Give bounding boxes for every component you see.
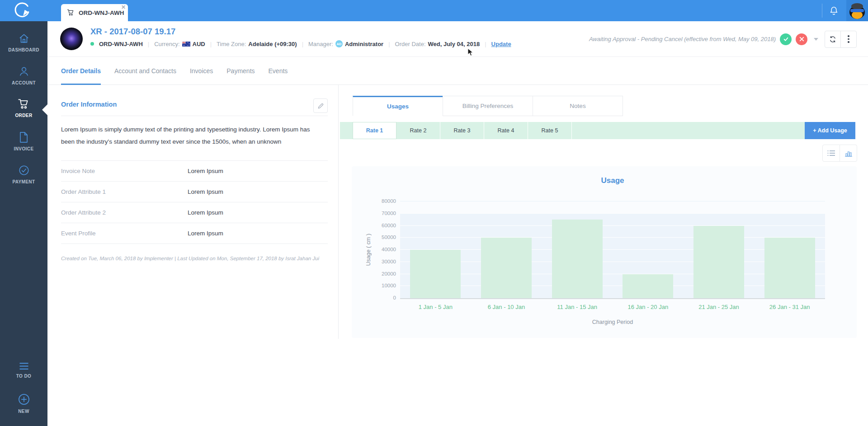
- rate-tabs: Rate 1Rate 2Rate 3Rate 4Rate 5: [340, 122, 805, 139]
- usage-bar-16-jan-20-jan: [623, 274, 673, 299]
- y-tick-label: 40000: [368, 247, 396, 252]
- close-icon[interactable]: ✕: [121, 5, 126, 10]
- usage-chart-card: Usage Usage ( cm ) 010000200003000040000…: [352, 166, 857, 338]
- chart-view-icon: [844, 150, 853, 157]
- sidebar-item-label: NEW: [18, 409, 29, 414]
- notification-bell-icon[interactable]: [829, 5, 839, 16]
- sidebar-item-label: ORDER: [15, 113, 32, 118]
- usage-bar-11-jan-15-jan: [552, 220, 603, 298]
- order-date-value: Wed, July 04, 2018: [428, 41, 480, 47]
- gridline: [400, 249, 825, 250]
- cart-icon: [67, 9, 75, 16]
- australia-flag-icon: [182, 42, 190, 47]
- section-title: Order Information: [61, 101, 117, 108]
- user-icon: [18, 66, 30, 77]
- sidebar-item-payment[interactable]: PAYMENT: [0, 158, 47, 191]
- tab-events[interactable]: Events: [262, 57, 295, 84]
- sidebar-item-dashboard[interactable]: DASHBOARD: [0, 26, 47, 59]
- y-tick-label: 10000: [368, 283, 396, 288]
- rate-tab-rate-4[interactable]: Rate 4: [484, 122, 528, 139]
- field-row-invoice-note: Invoice NoteLorem Ipsum: [61, 161, 328, 182]
- page-tabs: Order DetailsAccount and ContactsInvoice…: [47, 57, 868, 85]
- edit-button[interactable]: [313, 98, 328, 113]
- sidebar-item-label: DASHBOARD: [8, 47, 39, 52]
- gridline: [400, 262, 825, 262]
- timezone-label: Time Zone:: [217, 41, 246, 47]
- rate-tab-rate-3[interactable]: Rate 3: [440, 122, 484, 139]
- tab-notes[interactable]: Notes: [533, 96, 623, 116]
- sidebar-item-label: INVOICE: [14, 146, 34, 151]
- timezone-value: Adelaide (+09:30): [248, 41, 297, 47]
- tab-invoices[interactable]: Invoices: [183, 57, 220, 84]
- brand-logo-icon[interactable]: [13, 1, 32, 20]
- sidebar-item-invoice[interactable]: INVOICE: [0, 125, 47, 158]
- x-tick-label: 16 Jan - 20 Jan: [613, 304, 684, 310]
- check-icon: [784, 38, 788, 41]
- list-view-button[interactable]: [822, 145, 840, 162]
- currency-label: Currency:: [154, 41, 179, 47]
- field-label: Invoice Note: [61, 168, 188, 174]
- update-link[interactable]: Update: [491, 41, 511, 47]
- add-usage-button[interactable]: + Add Usage: [805, 122, 855, 139]
- sidebar-item-label: TO DO: [16, 374, 31, 379]
- sidebar-item-label: ACCOUNT: [12, 80, 36, 85]
- list-view-icon: [827, 150, 835, 156]
- x-icon: [800, 37, 803, 41]
- tab-order-details[interactable]: Order Details: [54, 57, 108, 84]
- chevron-down-icon[interactable]: [814, 38, 818, 41]
- order-title: XR - 2017-08-07 19.17: [90, 27, 175, 37]
- view-toggle: [822, 145, 857, 162]
- usage-chart-plot: [400, 201, 825, 299]
- tab-billing-preferences[interactable]: Billing Preferences: [443, 96, 533, 116]
- rate-tab-rate-5[interactable]: Rate 5: [528, 122, 572, 139]
- header-action-group: [825, 31, 857, 48]
- workspace-tab[interactable]: ORD-WNJ-AWH ✕: [61, 4, 128, 21]
- x-tick-label: 21 Jan - 25 Jan: [684, 304, 755, 310]
- tab-usages[interactable]: Usages: [353, 96, 443, 116]
- todo-list-icon: [18, 362, 30, 370]
- sidebar-item-account[interactable]: ACCOUNT: [0, 59, 47, 92]
- field-label: Event Profile: [61, 230, 188, 237]
- field-row-order-attribute-1: Order Attribute 1Lorem Ipsum: [61, 182, 328, 202]
- invoice-icon: [19, 131, 29, 143]
- order-header: XR - 2017-08-07 19.17 ORD-WNJ-AWH | Curr…: [47, 21, 868, 57]
- sidebar: DASHBOARDACCOUNTORDERINVOICEPAYMENT TO D…: [0, 21, 47, 426]
- manager-badge-icon: AD: [335, 40, 343, 47]
- user-avatar[interactable]: [846, 0, 868, 21]
- tab-account-and-contacts[interactable]: Account and Contacts: [108, 57, 183, 84]
- gridline: [400, 237, 825, 238]
- approve-button[interactable]: [780, 33, 792, 45]
- sidebar-item-order[interactable]: ORDER: [0, 92, 47, 125]
- order-fields: Invoice NoteLorem IpsumOrder Attribute 1…: [61, 160, 328, 244]
- active-item-notch: [42, 104, 47, 115]
- x-tick-label: 26 Jan - 31 Jan: [754, 304, 825, 310]
- sidebar-item-to-do[interactable]: TO DO: [0, 354, 47, 387]
- field-label: Order Attribute 1: [61, 188, 188, 195]
- order-code: ORD-WNJ-AWH: [99, 41, 143, 47]
- plus-circle-icon: [18, 393, 30, 406]
- y-tick-label: 70000: [368, 211, 396, 216]
- gridline: [400, 213, 825, 214]
- mouse-cursor: [467, 48, 474, 57]
- usage-bar-26-jan-31-jan: [764, 238, 815, 298]
- usage-bar-21-jan-25-jan: [693, 226, 744, 299]
- refresh-icon[interactable]: [825, 31, 840, 47]
- reject-button[interactable]: [796, 33, 807, 45]
- rate-tab-rate-2[interactable]: Rate 2: [396, 122, 440, 139]
- gridline: [400, 225, 825, 226]
- cart-icon: [18, 98, 30, 110]
- currency-value: AUD: [193, 41, 205, 47]
- order-information-panel: Order Information Lorem Ipsum is simply …: [61, 85, 328, 261]
- topbar-divider: [822, 4, 822, 18]
- kebab-menu-icon[interactable]: [840, 31, 856, 47]
- chart-view-button[interactable]: [840, 145, 857, 162]
- tab-payments[interactable]: Payments: [220, 57, 261, 84]
- field-label: Order Attribute 2: [61, 209, 188, 216]
- rate-tab-rate-1[interactable]: Rate 1: [353, 122, 396, 139]
- y-tick-label: 60000: [368, 223, 396, 228]
- payment-check-icon: [18, 164, 30, 176]
- sidebar-item-label: PAYMENT: [12, 179, 35, 184]
- sidebar-item-new[interactable]: NEW: [0, 387, 47, 420]
- x-axis-title: Charging Period: [400, 319, 825, 325]
- field-value: Lorem Ipsum: [188, 168, 223, 174]
